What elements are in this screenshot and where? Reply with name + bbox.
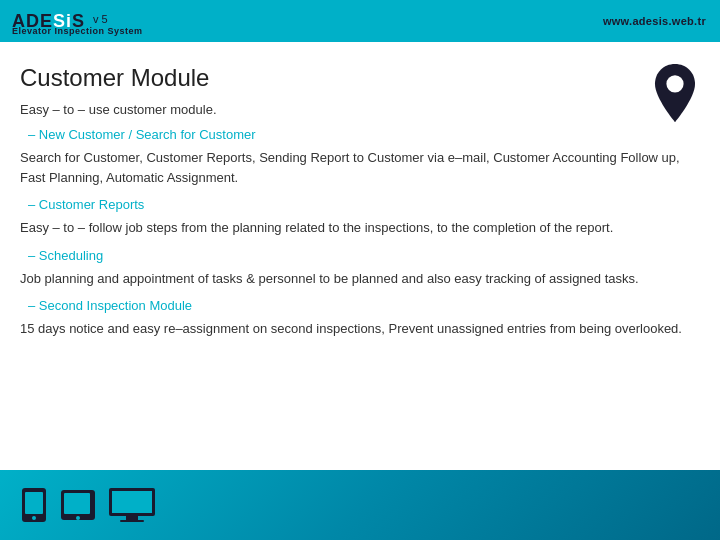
svg-rect-8 — [112, 491, 152, 513]
svg-rect-5 — [64, 493, 90, 514]
page-title: Customer Module — [20, 64, 700, 92]
location-icon-container — [650, 62, 700, 124]
description3-text: Job planning and appointment of tasks & … — [20, 269, 700, 289]
location-pin-icon — [650, 62, 700, 124]
svg-rect-9 — [126, 516, 138, 520]
easy-use-text: Easy – to – use customer module. — [20, 102, 700, 117]
footer — [0, 470, 720, 540]
mobile-icon — [20, 487, 48, 523]
item2-label: – Customer Reports — [20, 197, 700, 212]
tablet-icon — [60, 487, 96, 523]
description4-text: 15 days notice and easy re–assignment on… — [20, 319, 700, 339]
logo-subtitle: Elevator Inspection System — [12, 26, 143, 36]
header: ADESiS v 5 Elevator Inspection System ww… — [0, 0, 720, 42]
svg-point-0 — [666, 75, 683, 92]
svg-point-6 — [76, 516, 80, 520]
description2-text: Easy – to – follow job steps from the pl… — [20, 218, 700, 238]
website-label: www.adesis.web.tr — [603, 15, 706, 27]
item1-label: – New Customer / Search for Customer — [20, 127, 700, 142]
desktop-icon — [108, 487, 156, 523]
svg-rect-2 — [25, 492, 43, 514]
item4-label: – Second Inspection Module — [20, 298, 700, 313]
svg-rect-10 — [120, 520, 144, 522]
version-label: v 5 — [93, 13, 108, 25]
main-content: Customer Module Easy – to – use customer… — [0, 42, 720, 359]
item3-label: – Scheduling — [20, 248, 700, 263]
description1-text: Search for Customer, Customer Reports, S… — [20, 148, 700, 187]
svg-point-3 — [32, 516, 36, 520]
